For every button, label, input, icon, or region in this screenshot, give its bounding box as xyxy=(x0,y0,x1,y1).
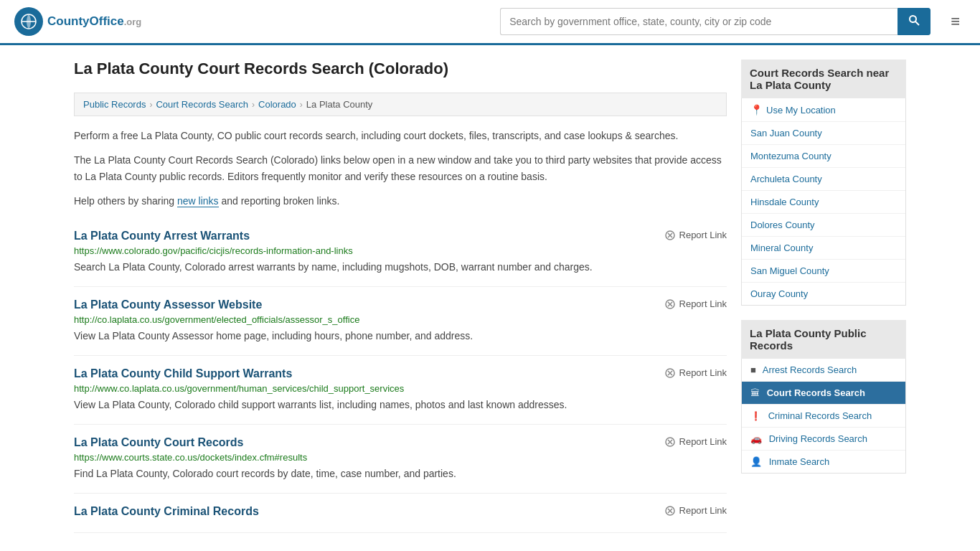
result-desc-0: Search La Plata County, Colorado arrest … xyxy=(74,260,727,275)
search-bar xyxy=(500,8,930,35)
criminal-records-icon: ❗ xyxy=(750,411,761,421)
court-records-icon: 🏛 xyxy=(750,387,760,398)
driving-records-link[interactable]: Driving Records Search xyxy=(769,433,867,444)
public-records-section: La Plata County Public Records ■ Arrest … xyxy=(741,320,906,474)
report-link-2[interactable]: Report Link xyxy=(664,367,727,379)
result-title-4[interactable]: La Plata County Criminal Records xyxy=(74,505,259,518)
breadcrumb-sep-3: › xyxy=(300,100,303,110)
sidebar-item-hinsdale[interactable]: Hinsdale County xyxy=(742,191,905,214)
menu-button[interactable]: ≡ xyxy=(945,9,966,34)
use-my-location-link[interactable]: Use My Location xyxy=(766,105,836,116)
nearby-section: Court Records Search near La Plata Count… xyxy=(741,60,906,306)
sidebar-item-archuleta[interactable]: Archuleta County xyxy=(742,168,905,191)
result-desc-1: View La Plata County Assessor home page,… xyxy=(74,329,727,344)
report-link-4[interactable]: Report Link xyxy=(664,505,727,517)
result-title-1[interactable]: La Plata County Assessor Website xyxy=(74,298,262,311)
logo[interactable]: CountyOffice.org xyxy=(14,7,141,36)
logo-text: CountyOffice.org xyxy=(47,14,141,29)
breadcrumb-sep-2: › xyxy=(252,100,255,110)
report-link-0[interactable]: Report Link xyxy=(664,230,727,241)
result-url-1: http://co.laplata.co.us/government/elect… xyxy=(74,314,727,325)
description-para2: The La Plata County Court Records Search… xyxy=(74,152,727,184)
breadcrumb: Public Records › Court Records Search › … xyxy=(74,93,727,116)
report-link-3[interactable]: Report Link xyxy=(664,436,727,448)
nearby-header: Court Records Search near La Plata Count… xyxy=(741,60,906,98)
inmate-search-icon: 👤 xyxy=(750,456,762,467)
sidebar-item-mineral[interactable]: Mineral County xyxy=(742,237,905,260)
san-juan-link[interactable]: San Juan County xyxy=(750,128,822,138)
result-title-3[interactable]: La Plata County Court Records xyxy=(74,436,243,449)
archuleta-link[interactable]: Archuleta County xyxy=(750,174,822,184)
logo-icon xyxy=(14,7,43,36)
mineral-link[interactable]: Mineral County xyxy=(750,242,813,253)
sidebar-item-ouray[interactable]: Ouray County xyxy=(742,283,905,305)
results-list: La Plata County Arrest Warrants Report L… xyxy=(74,218,727,533)
result-desc-3: Find La Plata County, Colorado court rec… xyxy=(74,466,727,481)
result-title-0[interactable]: La Plata County Arrest Warrants xyxy=(74,230,250,242)
sidebar-driving-records[interactable]: 🚗 Driving Records Search xyxy=(742,428,905,451)
sidebar-arrest-records[interactable]: ■ Arrest Records Search xyxy=(742,359,905,382)
svg-line-3 xyxy=(915,22,919,25)
left-column: La Plata County Court Records Search (Co… xyxy=(74,60,727,533)
arrest-records-icon: ■ xyxy=(750,364,756,375)
inmate-search-link[interactable]: Inmate Search xyxy=(769,456,830,467)
ouray-link[interactable]: Ouray County xyxy=(750,288,808,299)
report-icon-2 xyxy=(664,367,676,379)
result-url-2: http://www.co.laplata.co.us/government/h… xyxy=(74,383,727,394)
result-item-1: La Plata County Assessor Website Report … xyxy=(74,287,727,356)
driving-records-icon: 🚗 xyxy=(750,433,762,444)
result-item-4: La Plata County Criminal Records Report … xyxy=(74,494,727,533)
search-button[interactable] xyxy=(897,8,930,35)
sidebar-court-records[interactable]: 🏛 Court Records Search xyxy=(742,382,905,405)
report-icon-1 xyxy=(664,298,676,310)
public-records-header: La Plata County Public Records xyxy=(741,320,906,359)
description-para1: Perform a free La Plata County, CO publi… xyxy=(74,128,727,143)
sidebar-item-use-location[interactable]: 📍 Use My Location xyxy=(742,98,905,122)
san-miguel-link[interactable]: San Miguel County xyxy=(750,265,829,276)
result-item-3: La Plata County Court Records Report Lin… xyxy=(74,425,727,494)
breadcrumb-sep-1: › xyxy=(149,100,152,110)
hinsdale-link[interactable]: Hinsdale County xyxy=(750,197,819,207)
result-url-3: https://www.courts.state.co.us/dockets/i… xyxy=(74,452,727,463)
right-column: Court Records Search near La Plata Count… xyxy=(741,60,906,533)
nearby-list: 📍 Use My Location San Juan County Montez… xyxy=(741,98,906,306)
report-link-1[interactable]: Report Link xyxy=(664,298,727,310)
result-title-2[interactable]: La Plata County Child Support Warrants xyxy=(74,367,292,380)
breadcrumb-colorado[interactable]: Colorado xyxy=(258,99,296,110)
sidebar-item-san-miguel[interactable]: San Miguel County xyxy=(742,260,905,283)
page-title: La Plata County Court Records Search (Co… xyxy=(74,60,727,83)
result-desc-2: View La Plata County, Colorado child sup… xyxy=(74,397,727,413)
sidebar-item-dolores[interactable]: Dolores County xyxy=(742,214,905,237)
location-pin-icon: 📍 xyxy=(750,104,763,116)
description-para3: Help others by sharing new links and rep… xyxy=(74,193,727,209)
search-input[interactable] xyxy=(500,8,897,35)
svg-point-2 xyxy=(910,16,916,22)
report-icon-0 xyxy=(664,230,676,241)
arrest-records-link[interactable]: Arrest Records Search xyxy=(763,364,857,375)
result-url-0: https://www.colorado.gov/pacific/cicjis/… xyxy=(74,245,727,256)
sidebar-criminal-records[interactable]: ❗ Criminal Records Search xyxy=(742,405,905,428)
dolores-link[interactable]: Dolores County xyxy=(750,220,815,230)
sidebar-item-san-juan[interactable]: San Juan County xyxy=(742,122,905,145)
report-icon-4 xyxy=(664,505,676,517)
main-content: La Plata County Court Records Search (Co… xyxy=(60,45,920,547)
breadcrumb-current: La Plata County xyxy=(306,99,373,110)
result-item-2: La Plata County Child Support Warrants R… xyxy=(74,356,727,425)
sidebar-inmate-search[interactable]: 👤 Inmate Search xyxy=(742,451,905,473)
new-links-link[interactable]: new links xyxy=(177,195,219,207)
sidebar-item-montezuma[interactable]: Montezuma County xyxy=(742,145,905,168)
result-item-0: La Plata County Arrest Warrants Report L… xyxy=(74,218,727,287)
breadcrumb-court-records[interactable]: Court Records Search xyxy=(156,99,248,110)
public-records-list: ■ Arrest Records Search 🏛 Court Records … xyxy=(741,359,906,474)
header: CountyOffice.org ≡ xyxy=(0,0,980,45)
report-icon-3 xyxy=(664,436,676,448)
breadcrumb-public-records[interactable]: Public Records xyxy=(83,99,146,110)
court-records-link[interactable]: Court Records Search xyxy=(767,387,865,398)
criminal-records-link[interactable]: Criminal Records Search xyxy=(768,410,872,421)
montezuma-link[interactable]: Montezuma County xyxy=(750,151,831,161)
